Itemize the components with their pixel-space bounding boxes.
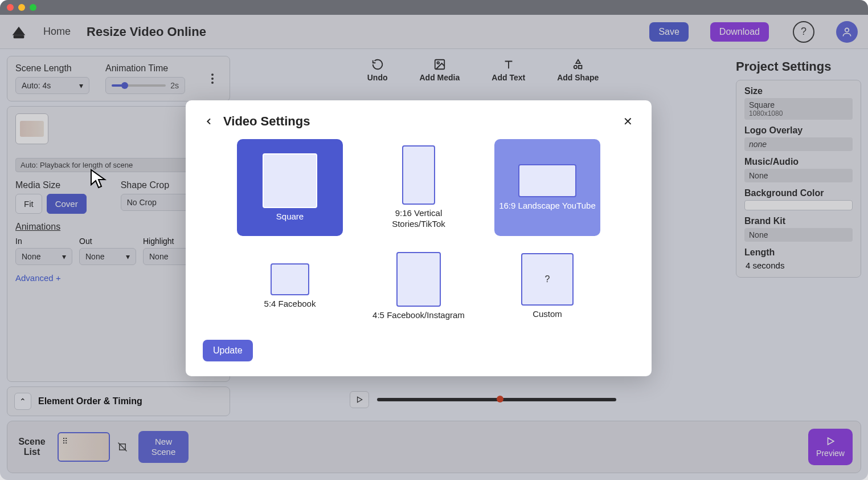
modal-close-button[interactable]: ✕ [621,115,634,128]
size-option-5-4[interactable]: 5:4 Facebook [237,246,343,326]
window-zoom-dot[interactable] [30,4,36,11]
update-button[interactable]: Update [203,340,253,361]
size-option-landscape[interactable]: 16:9 Landscape YouTube [494,139,600,236]
modal-back-button[interactable] [203,115,215,128]
modal-title: Video Settings [223,114,310,129]
size-option-custom[interactable]: ? Custom [494,246,600,326]
video-settings-modal: Video Settings ✕ Square 9:16 Vertical St… [186,100,652,376]
macos-titlebar [0,0,868,15]
window-close-dot[interactable] [7,4,14,11]
size-option-vertical[interactable]: 9:16 Vertical Stories/TikTok [366,139,472,236]
window-minimize-dot[interactable] [18,4,25,11]
size-option-4-5[interactable]: 4:5 Facebook/Instagram [366,246,472,326]
size-option-square[interactable]: Square [237,139,343,236]
